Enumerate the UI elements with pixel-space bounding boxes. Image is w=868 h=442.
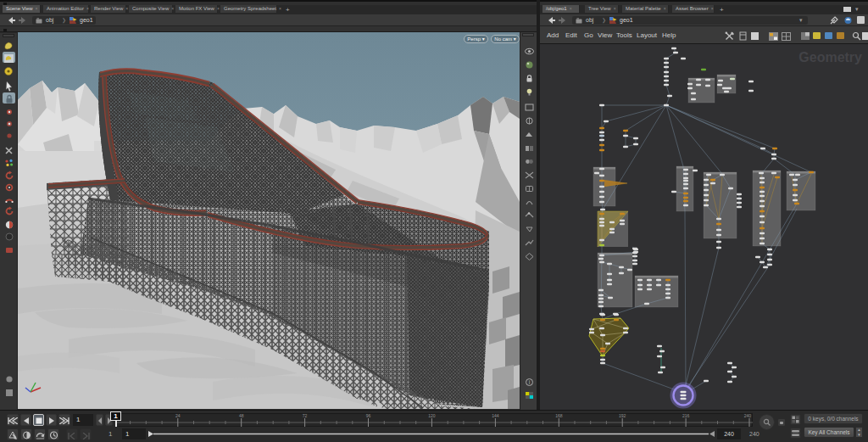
svg-text:48: 48 — [239, 413, 244, 418]
svg-text:24: 24 — [175, 413, 181, 418]
svg-text:72: 72 — [303, 413, 308, 418]
svg-text:96: 96 — [366, 413, 371, 418]
svg-text:240: 240 — [744, 413, 752, 418]
svg-text:i: i — [529, 379, 531, 385]
svg-text:192: 192 — [619, 413, 626, 418]
svg-text:144: 144 — [492, 413, 499, 418]
svg-text:216: 216 — [682, 413, 690, 418]
svg-text:168: 168 — [555, 413, 563, 418]
svg-text:120: 120 — [428, 413, 436, 418]
